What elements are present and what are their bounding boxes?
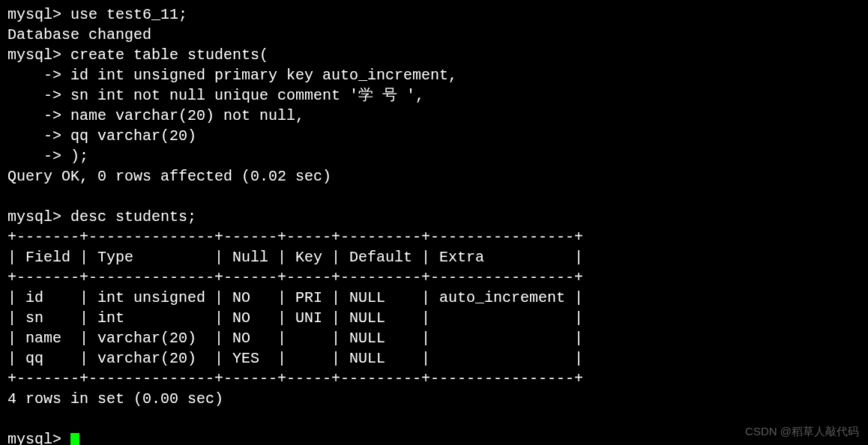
cursor xyxy=(70,433,79,445)
mysql-terminal[interactable]: mysql> use test6_11; Database changed my… xyxy=(0,0,868,445)
